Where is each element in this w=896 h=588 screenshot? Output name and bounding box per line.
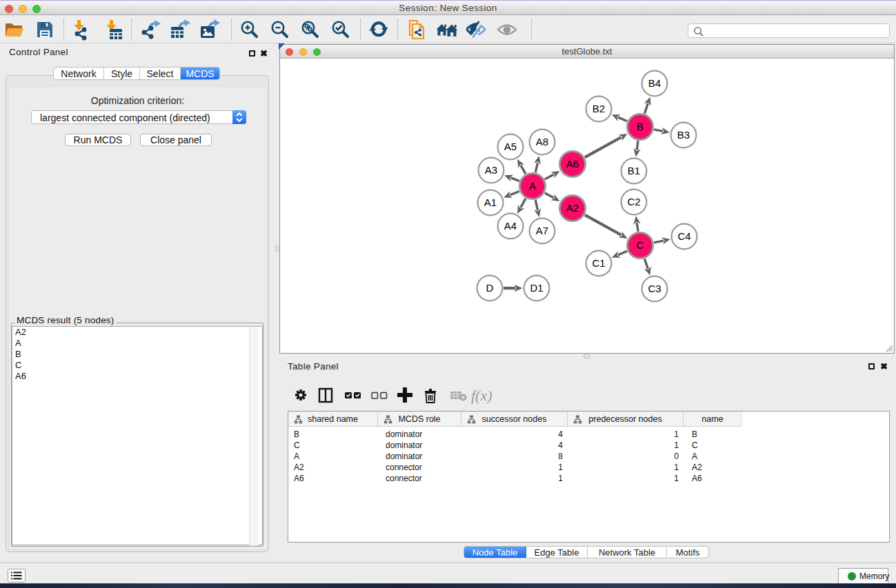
svg-text:A7: A7 — [536, 225, 548, 236]
svg-text:A2: A2 — [566, 202, 579, 214]
svg-text:A6: A6 — [566, 158, 579, 170]
svg-text:B3: B3 — [677, 129, 690, 141]
svg-text:A1: A1 — [484, 196, 497, 208]
svg-text:D1: D1 — [530, 282, 543, 294]
svg-text:B: B — [637, 121, 644, 132]
svg-text:B2: B2 — [593, 103, 605, 114]
svg-text:A8: A8 — [536, 136, 548, 148]
svg-text:C3: C3 — [648, 283, 661, 294]
svg-text:A4: A4 — [504, 220, 517, 232]
svg-text:C: C — [637, 239, 644, 251]
svg-text:A: A — [529, 180, 536, 192]
svg-text:D: D — [486, 282, 494, 294]
svg-text:A3: A3 — [485, 164, 497, 176]
svg-text:C2: C2 — [627, 196, 640, 207]
svg-text:A5: A5 — [504, 141, 517, 152]
svg-text:C4: C4 — [677, 230, 690, 242]
svg-text:B1: B1 — [628, 165, 640, 176]
svg-text:B4: B4 — [648, 77, 661, 89]
svg-text:C1: C1 — [592, 257, 605, 269]
